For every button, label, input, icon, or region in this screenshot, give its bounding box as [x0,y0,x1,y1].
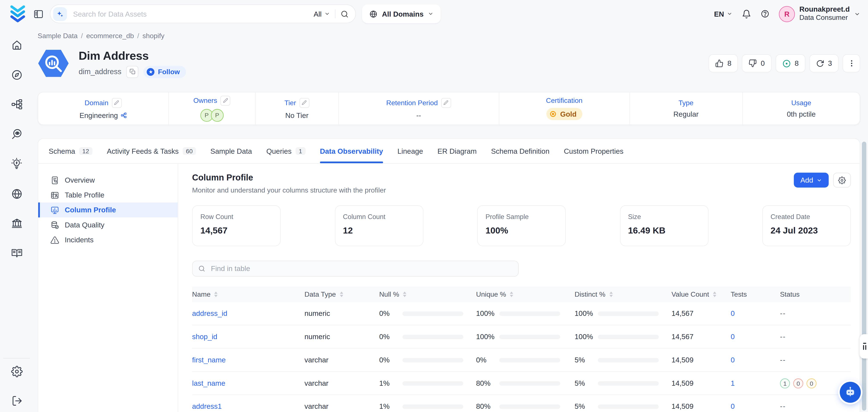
openmetadata-logo[interactable] [8,4,27,23]
global-search[interactable]: All [50,4,356,23]
upvote-button[interactable]: 8 [709,54,738,72]
find-in-table[interactable] [192,261,519,277]
all-domains-dropdown[interactable]: All Domains [362,4,441,23]
versions-button[interactable]: 3 [809,54,839,72]
section-title: Column Profile [192,173,386,183]
tab-schema-definition[interactable]: Schema Definition [491,139,549,163]
owners-label[interactable]: Owners [193,97,217,104]
explore-compass-icon[interactable] [11,69,23,81]
chat-assistant-button[interactable] [840,382,861,403]
sort-carets-icon[interactable] [609,291,612,297]
search-scope-dropdown[interactable]: All [314,10,330,18]
settings-gear-icon[interactable] [11,366,23,377]
domain-link-icon[interactable] [121,112,127,118]
column-header-null[interactable]: Null % [379,290,476,298]
user-menu[interactable]: R Rounakpreet.d Data Consumer [779,5,860,23]
sort-carets-icon[interactable] [214,291,218,297]
find-in-table-input[interactable] [210,264,513,273]
sidebar-item-column-profile[interactable]: Column Profile [38,202,178,217]
downvote-button[interactable]: 0 [742,54,772,72]
tab-custom-properties[interactable]: Custom Properties [564,139,623,163]
edit-domain-icon[interactable] [112,98,122,107]
column-header-data-type[interactable]: Data Type [304,290,379,298]
breadcrumb-schema[interactable]: shopify [143,32,164,40]
sidebar-item-table-profile[interactable]: Table Profile [38,188,178,202]
tab-data-observability[interactable]: Data Observability [320,139,383,163]
notifications-bell-icon[interactable] [742,9,751,19]
domain-value[interactable]: Engineering [80,111,118,119]
column-header-unique[interactable]: Unique % [476,290,575,298]
user-avatar[interactable]: R [779,6,795,22]
certification-label[interactable]: Certification [546,97,582,104]
more-options-button[interactable] [842,54,860,72]
tab-schema[interactable]: Schema12 [49,139,93,163]
edit-retention-icon[interactable] [441,98,451,107]
lineage-flow-icon[interactable] [11,98,23,110]
sort-carets-icon[interactable] [713,291,716,297]
breadcrumb-database[interactable]: ecommerce_db [86,32,134,40]
usage-label[interactable]: Usage [791,99,811,106]
language-dropdown[interactable]: EN [714,10,732,18]
domains-globe-icon[interactable] [11,188,23,199]
help-icon[interactable] [761,9,769,18]
edit-owners-icon[interactable] [220,96,230,105]
column-header-distinct[interactable]: Distinct % [575,290,672,298]
observability-icon[interactable] [11,128,23,140]
follow-button[interactable]: ★ Follow [144,66,186,77]
tab-activity-feeds-tasks[interactable]: Activity Feeds & Tasks60 [107,139,196,163]
profiler-settings-button[interactable] [833,173,851,188]
search-scope-value: All [314,10,321,18]
tab-er-diagram[interactable]: ER Diagram [437,139,477,163]
sidebar-item-incidents[interactable]: Incidents [38,232,178,247]
tests-link[interactable]: 0 [731,402,780,411]
sidebar-item-overview[interactable]: Overview [38,173,178,188]
column-name-link[interactable]: address_id [192,309,305,318]
tests-link[interactable]: 0 [731,309,780,318]
sidebar-toggle-icon[interactable] [33,9,44,19]
home-icon[interactable] [11,39,23,51]
column-name-link[interactable]: shop_id [192,332,305,341]
sort-carets-icon[interactable] [403,291,406,297]
global-search-input[interactable] [72,9,309,19]
glossary-book-icon[interactable] [11,247,23,259]
stat-label: Column Count [343,213,415,221]
percent-bar [499,358,560,362]
column-header-name[interactable]: Name [192,290,305,298]
tab-queries[interactable]: Queries1 [267,139,305,163]
logout-icon[interactable] [11,395,23,407]
tab-sample-data[interactable]: Sample Data [210,139,252,163]
tab-label: Custom Properties [564,147,623,155]
tab-lineage[interactable]: Lineage [398,139,423,163]
sort-carets-icon[interactable] [340,291,343,297]
add-button[interactable]: Add [794,173,829,188]
owner-avatar[interactable]: P [211,109,223,121]
sort-carets-icon[interactable] [510,291,513,297]
copy-icon[interactable] [126,66,138,77]
breadcrumb-service[interactable]: Sample Data [38,32,78,40]
type-label[interactable]: Type [678,99,693,106]
sidebar-item-data-quality[interactable]: Data Quality [38,218,178,232]
column-name-link[interactable]: last_name [192,379,305,387]
search-icon[interactable] [340,10,348,18]
tests-link[interactable]: 0 [731,332,780,341]
column-name-link[interactable]: address1 [192,402,305,411]
ai-sparkle-icon[interactable] [53,7,67,21]
watch-button[interactable]: 8 [775,54,805,72]
tier-label[interactable]: Tier [284,99,296,106]
domain-label[interactable]: Domain [85,99,108,106]
vertical-scrollbar[interactable] [862,141,867,411]
right-edge-widget-handle[interactable] [860,334,868,358]
entity-actions: 8 0 8 3 [709,54,860,72]
column-header-value-count[interactable]: Value Count [672,290,731,298]
tests-link[interactable]: 0 [731,356,780,364]
data-type-value: numeric [304,332,379,341]
edit-tier-icon[interactable] [300,98,309,107]
retention-label[interactable]: Retention Period [386,99,438,106]
column-name-link[interactable]: first_name [192,356,305,364]
governance-bank-icon[interactable] [11,218,23,229]
insights-bulb-icon[interactable] [10,158,23,170]
version-history-icon [816,59,824,67]
null-percent-cell: 0% [379,309,476,318]
distinct-percent-cell: 100% [575,332,672,341]
tests-link[interactable]: 1 [731,379,780,387]
